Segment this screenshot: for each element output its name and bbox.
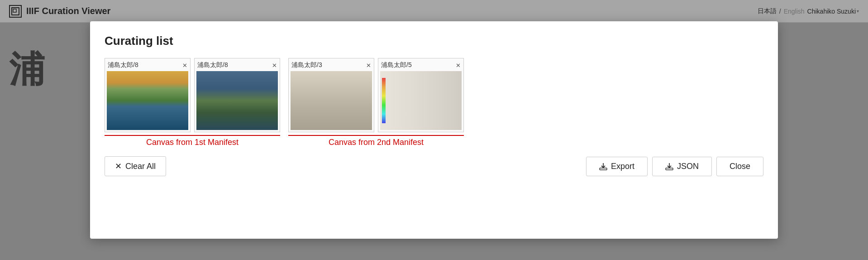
clear-all-button[interactable]: ✕ Clear All bbox=[105, 156, 166, 176]
canvas-card-2-header: 浦島太郎/8 ✕ bbox=[196, 60, 278, 71]
curating-list-modal: Curating list 浦島太郎/8 ✕ 浦島太郎/8 ✕ bbox=[90, 21, 778, 239]
manifest-2-items-row: 浦島太郎/3 ✕ 浦島太郎/5 ✕ bbox=[288, 58, 464, 132]
manifest-group-1: 浦島太郎/8 ✕ 浦島太郎/8 ✕ Canvas from 1st Manife… bbox=[105, 58, 280, 148]
canvas-card-4-header: 浦島太郎/5 ✕ bbox=[380, 60, 462, 71]
canvas-card-2-title: 浦島太郎/8 bbox=[197, 61, 228, 69]
export-icon bbox=[599, 162, 607, 171]
svg-rect-2 bbox=[600, 168, 607, 170]
canvas-card-4-image bbox=[380, 71, 462, 130]
footer-right-buttons: Export JSON Close bbox=[586, 157, 763, 176]
json-label: JSON bbox=[677, 162, 699, 171]
manifest-1-label: Canvas from 1st Manifest bbox=[105, 135, 280, 148]
close-label: Close bbox=[730, 162, 750, 171]
manifest-group-2: 浦島太郎/3 ✕ 浦島太郎/5 ✕ Canvas from 2nd Ma bbox=[288, 58, 464, 148]
canvas-card-1-close[interactable]: ✕ bbox=[182, 63, 187, 68]
canvas-card-4-close[interactable]: ✕ bbox=[456, 63, 461, 68]
export-button[interactable]: Export bbox=[586, 157, 648, 176]
json-icon bbox=[665, 162, 673, 171]
canvas-card-3-image bbox=[291, 71, 372, 130]
canvas-card-3-title: 浦島太郎/3 bbox=[291, 61, 322, 69]
export-label: Export bbox=[611, 162, 634, 171]
manifest-1-items-row: 浦島太郎/8 ✕ 浦島太郎/8 ✕ bbox=[105, 58, 280, 132]
close-button[interactable]: Close bbox=[716, 157, 763, 176]
canvas-card-1: 浦島太郎/8 ✕ bbox=[105, 58, 191, 132]
canvas-card-1-title: 浦島太郎/8 bbox=[108, 61, 138, 69]
modal-footer: ✕ Clear All Export bbox=[105, 156, 763, 176]
canvas-card-3-header: 浦島太郎/3 ✕ bbox=[291, 60, 372, 71]
canvas-card-2: 浦島太郎/8 ✕ bbox=[194, 58, 280, 132]
json-button[interactable]: JSON bbox=[652, 157, 712, 176]
canvas-card-1-header: 浦島太郎/8 ✕ bbox=[107, 60, 188, 71]
clear-all-label: Clear All bbox=[125, 162, 156, 171]
svg-rect-3 bbox=[666, 168, 673, 170]
canvas-area: 浦島太郎/8 ✕ 浦島太郎/8 ✕ Canvas from 1st Manife… bbox=[105, 58, 763, 148]
clear-all-icon: ✕ bbox=[115, 161, 122, 171]
canvas-card-4: 浦島太郎/5 ✕ bbox=[378, 58, 464, 132]
canvas-card-2-close[interactable]: ✕ bbox=[272, 63, 277, 68]
canvas-card-3: 浦島太郎/3 ✕ bbox=[288, 58, 374, 132]
canvas-card-4-title: 浦島太郎/5 bbox=[381, 61, 412, 69]
canvas-card-3-close[interactable]: ✕ bbox=[366, 63, 371, 68]
canvas-card-1-image bbox=[107, 71, 188, 130]
manifest-2-label: Canvas from 2nd Manifest bbox=[288, 135, 464, 148]
canvas-card-4-colorbar bbox=[382, 78, 386, 123]
modal-title: Curating list bbox=[105, 34, 763, 48]
canvas-card-2-image bbox=[196, 71, 278, 130]
